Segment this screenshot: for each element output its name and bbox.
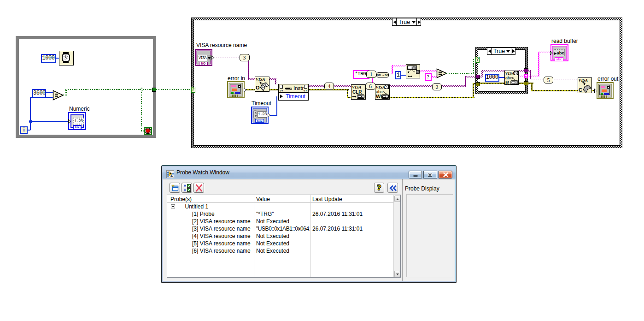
svg-text:CLR: CLR [352, 89, 362, 95]
svg-text:VISA: VISA [352, 85, 362, 89]
svg-text:O: O [256, 85, 260, 90]
svg-text:VISA: VISA [376, 85, 386, 89]
svg-text:W: W [376, 94, 381, 99]
svg-text:VISA: VISA [505, 71, 515, 76]
svg-text:R: R [505, 79, 509, 84]
svg-text:C: C [579, 87, 582, 93]
svg-text:VISA: VISA [256, 77, 265, 82]
svg-text:4s: 4s [170, 175, 173, 178]
